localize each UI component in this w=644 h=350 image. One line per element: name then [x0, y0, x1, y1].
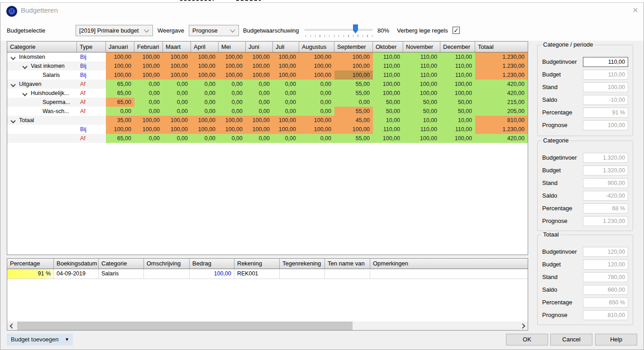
- value-cell[interactable]: 0,00: [191, 107, 219, 116]
- value-cell[interactable]: 0,00: [299, 107, 334, 116]
- value-cell[interactable]: 0,00: [134, 134, 163, 143]
- total-cell[interactable]: 810,00: [475, 116, 528, 125]
- budget-warning-slider[interactable]: [305, 24, 373, 40]
- total-cell[interactable]: 1.230,00: [475, 52, 528, 61]
- category-cell[interactable]: Vast inkomen: [7, 61, 77, 71]
- category-cell[interactable]: Uitgaven: [7, 80, 77, 89]
- value-cell[interactable]: 10,00: [440, 116, 475, 125]
- value-cell[interactable]: 0,00: [219, 80, 246, 89]
- value-cell[interactable]: 100,00: [299, 116, 334, 125]
- value-cell[interactable]: 50,00: [440, 107, 475, 116]
- value-cell[interactable]: 10,00: [403, 116, 440, 125]
- value-cell[interactable]: 100,00: [219, 71, 246, 80]
- value-cell[interactable]: 55,00: [334, 80, 373, 89]
- total-cell[interactable]: 1.230,00: [475, 71, 528, 80]
- ok-button[interactable]: OK: [506, 334, 548, 345]
- value-cell[interactable]: 110,00: [373, 52, 403, 61]
- column-header-opmerkingen[interactable]: Opmerkingen: [370, 259, 528, 269]
- value-cell[interactable]: 100,00: [246, 61, 273, 71]
- value-cell[interactable]: 100,00: [403, 134, 440, 143]
- chevron-down-icon[interactable]: [11, 118, 15, 123]
- chevron-down-icon[interactable]: [11, 82, 15, 86]
- value-cell[interactable]: 100,00: [134, 125, 163, 134]
- category-cell[interactable]: Inkomsten: [7, 52, 77, 61]
- value-cell[interactable]: 110,00: [403, 52, 440, 61]
- value-cell[interactable]: 0,00: [299, 134, 334, 143]
- value-cell[interactable]: 0,00: [191, 98, 219, 107]
- value-cell[interactable]: 10,00: [373, 116, 403, 125]
- cell-percentage[interactable]: 91 %: [7, 269, 54, 279]
- value-cell[interactable]: 0,00: [273, 89, 299, 98]
- value-cell[interactable]: 100,00: [246, 116, 273, 125]
- value-cell[interactable]: 100,00: [246, 125, 273, 134]
- value-cell[interactable]: 55,00: [334, 89, 373, 98]
- value-cell[interactable]: 50,00: [440, 98, 475, 107]
- value-cell[interactable]: 0,00: [106, 107, 134, 116]
- column-header-type[interactable]: Type: [77, 42, 106, 52]
- value-cell[interactable]: 100,00: [299, 71, 334, 80]
- table-row[interactable]: Vast inkomenBij100,00100,00100,00100,001…: [7, 61, 528, 71]
- close-icon[interactable]: ×: [629, 3, 642, 17]
- category-cell[interactable]: Superma...: [7, 98, 77, 107]
- value-cell[interactable]: 0,00: [273, 98, 299, 107]
- value-cell[interactable]: 0,00: [299, 89, 334, 98]
- value-cell[interactable]: 110,00: [440, 61, 475, 71]
- value-cell[interactable]: 110,00: [440, 71, 475, 80]
- value-cell[interactable]: 50,00: [373, 107, 403, 116]
- cell-ten-name-van[interactable]: [325, 269, 370, 279]
- add-budget-button[interactable]: Budget toevoegen ▼: [7, 334, 73, 345]
- table-row[interactable]: Af65,000,000,000,000,000,000,000,0055,00…: [7, 134, 528, 143]
- total-cell[interactable]: 420,00: [475, 134, 528, 143]
- value-cell[interactable]: 100,00: [219, 116, 246, 125]
- cell-boekingsdatum[interactable]: 04-09-2019: [54, 269, 99, 279]
- value-cell[interactable]: 100,00: [163, 52, 191, 61]
- value-cell[interactable]: 100,00: [403, 80, 440, 89]
- transaction-row[interactable]: 91 %04-09-2019Salaris100,00REK001: [7, 269, 528, 279]
- total-cell[interactable]: 205,00: [475, 107, 528, 116]
- column-header-bedrag[interactable]: Bedrag: [190, 259, 234, 269]
- value-cell[interactable]: 100,00: [440, 134, 475, 143]
- value-cell[interactable]: 100,00: [163, 71, 191, 80]
- value-cell[interactable]: 50,00: [403, 107, 440, 116]
- column-header-categorie[interactable]: Categorie: [99, 259, 144, 269]
- column-header-november[interactable]: November: [403, 42, 440, 52]
- chevron-down-icon[interactable]: [23, 64, 27, 68]
- value-cell[interactable]: 110,00: [373, 71, 403, 80]
- value-cell[interactable]: 100,00: [273, 61, 299, 71]
- table-row[interactable]: Totaal35,00100,00100,00100,00100,00100,0…: [7, 116, 528, 125]
- total-cell[interactable]: 1.230,00: [475, 61, 528, 71]
- column-header-percentage[interactable]: Percentage: [7, 259, 54, 269]
- column-header-januari[interactable]: Januari: [106, 42, 134, 52]
- value-cell[interactable]: 100,00: [106, 125, 134, 134]
- column-header-totaal[interactable]: Totaal: [475, 42, 528, 52]
- value-cell[interactable]: 100,00: [334, 125, 373, 134]
- slider-track[interactable]: [305, 29, 372, 31]
- value-cell[interactable]: 100,00: [106, 71, 134, 80]
- table-row[interactable]: InkomstenBij100,00100,00100,00100,00100,…: [7, 52, 528, 61]
- value-cell[interactable]: 100,00: [373, 80, 403, 89]
- column-header-oktober[interactable]: Oktober: [373, 42, 403, 52]
- cancel-button[interactable]: Cancel: [550, 334, 592, 345]
- budgetselectie-dropdown[interactable]: [2019] Primaire budget: [76, 25, 153, 36]
- column-header-juli[interactable]: Juli: [273, 42, 299, 52]
- value-cell[interactable]: 0,00: [219, 134, 246, 143]
- value-cell[interactable]: 0,00: [299, 98, 334, 107]
- value-cell[interactable]: 100,00: [273, 52, 299, 61]
- value-cell[interactable]: 0,00: [334, 98, 373, 107]
- value-cell[interactable]: 100,00: [219, 61, 246, 71]
- value-cell[interactable]: 100,00: [134, 71, 163, 80]
- column-header-december[interactable]: December: [440, 42, 475, 52]
- value-cell[interactable]: 0,00: [163, 134, 191, 143]
- table-row[interactable]: UitgavenAf65,000,000,000,000,000,000,000…: [7, 80, 528, 89]
- total-cell[interactable]: 215,00: [475, 98, 528, 107]
- value-cell[interactable]: 0,00: [134, 107, 163, 116]
- value-cell[interactable]: 0,00: [134, 80, 163, 89]
- cell-categorie[interactable]: Salaris: [99, 269, 144, 279]
- value-cell[interactable]: 100,00: [334, 52, 373, 61]
- value-cell[interactable]: 100,00: [163, 125, 191, 134]
- value-cell[interactable]: 0,00: [246, 134, 273, 143]
- value-cell[interactable]: 110,00: [373, 125, 403, 134]
- category-cell[interactable]: Huishoudelijk...: [7, 89, 77, 98]
- value-cell[interactable]: 100,00: [219, 52, 246, 61]
- column-header-boekingsdatum[interactable]: Boekingsdatum: [54, 259, 99, 269]
